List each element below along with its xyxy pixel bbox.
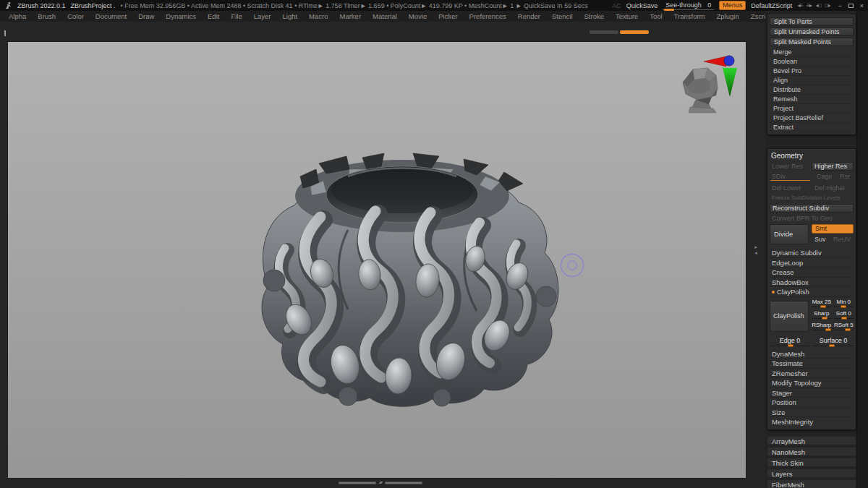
boolean-button[interactable]: Boolean: [770, 57, 854, 67]
stager-section[interactable]: Stager: [770, 388, 854, 398]
claypolish-sharp-slider[interactable]: Sharp: [812, 310, 832, 319]
bevel-pro-button[interactable]: Bevel Pro: [770, 67, 854, 76]
layers-section[interactable]: Layers: [767, 468, 856, 478]
claypolish-min-slider[interactable]: Min 0: [834, 299, 854, 307]
menu-dynamics[interactable]: Dynamics: [160, 12, 202, 20]
size-section[interactable]: Size: [770, 408, 854, 418]
document-canvas[interactable]: [7, 41, 746, 479]
menu-draw[interactable]: Draw: [132, 12, 160, 20]
dynamic-subdiv-section[interactable]: Dynamic Subdiv: [770, 248, 854, 258]
claypolish-max-slider[interactable]: Max 25: [812, 299, 832, 307]
divider-bar[interactable]: [339, 481, 376, 484]
modify-topology-section[interactable]: Modify Topology: [770, 378, 854, 388]
dynamesh-section[interactable]: DynaMesh: [770, 349, 854, 359]
tray-handle[interactable]: [590, 30, 618, 34]
quicksave-button[interactable]: QuickSave: [626, 2, 658, 9]
menu-brush[interactable]: Brush: [32, 12, 61, 20]
split-to-parts-button[interactable]: Split To Parts: [770, 17, 854, 26]
split-unmasked-points-button[interactable]: Split Unmasked Points: [770, 27, 854, 36]
zremesher-section[interactable]: ZRemesher: [770, 369, 854, 379]
reconstruct-subdiv-button[interactable]: Reconstruct Subdiv: [770, 204, 854, 213]
menu-tool[interactable]: Tool: [644, 12, 668, 20]
menu-light[interactable]: Light: [276, 12, 303, 20]
distribute-button[interactable]: Distribute: [770, 85, 854, 95]
cage-button: Cage: [814, 172, 836, 181]
higher-res-button[interactable]: Higher Res: [812, 162, 854, 171]
tray-scrollbar[interactable]: [856, 11, 868, 488]
merge-button[interactable]: Merge: [770, 48, 854, 57]
align-button[interactable]: Align: [770, 76, 854, 85]
extract-button[interactable]: Extract: [770, 123, 854, 132]
project-basrelief-button[interactable]: Project BasRelief: [770, 114, 854, 123]
slider-handle[interactable]: [829, 344, 835, 347]
menu-stencil[interactable]: Stencil: [546, 12, 579, 20]
suv-toggle[interactable]: Suv: [812, 235, 831, 244]
menu-transform[interactable]: Transform: [668, 12, 711, 20]
bottom-tray-divider[interactable]: ▴▾: [339, 480, 422, 485]
collapse-left-tray-icon[interactable]: ◂≡: [797, 2, 802, 9]
slider-handle[interactable]: [841, 305, 846, 308]
claypolish-button[interactable]: ClayPolish: [770, 301, 809, 332]
store-ui-layout-icon[interactable]: ◂□: [816, 2, 821, 9]
claypolish-rsharp-slider[interactable]: RSharp: [812, 322, 832, 330]
restore-ui-layout-icon[interactable]: □▸: [825, 2, 830, 9]
slider-handle[interactable]: [788, 344, 793, 347]
menu-preferences[interactable]: Preferences: [464, 12, 512, 20]
thick-skin-section[interactable]: Thick Skin: [767, 458, 856, 467]
edgeloop-section[interactable]: EdgeLoop: [770, 258, 854, 268]
menu-color[interactable]: Color: [61, 12, 90, 20]
edge-slider[interactable]: Edge 0: [770, 337, 810, 346]
minimize-icon[interactable]: −: [838, 2, 841, 9]
default-zscript-button[interactable]: DefaultZScript: [751, 2, 792, 9]
slider-handle[interactable]: [820, 305, 826, 308]
menus-button[interactable]: Menus: [719, 1, 746, 10]
slider-handle[interactable]: [825, 328, 831, 331]
claypolish-section[interactable]: ClayPolish: [770, 287, 854, 297]
shadowbox-section[interactable]: ShadowBox: [770, 278, 854, 288]
menu-macro[interactable]: Macro: [303, 12, 333, 20]
menu-layer[interactable]: Layer: [248, 12, 277, 20]
left-tray-handle[interactable]: [4, 30, 6, 36]
claypolish-soft-slider[interactable]: Soft 0: [834, 310, 854, 319]
menu-material[interactable]: Material: [367, 12, 403, 20]
menu-alpha[interactable]: Alpha: [3, 12, 32, 20]
divider-arrows-icon[interactable]: ▴▾: [379, 480, 382, 485]
active-tray-handle[interactable]: [620, 30, 649, 34]
project-button[interactable]: Project: [770, 104, 854, 114]
menu-zplugin[interactable]: Zplugin: [711, 12, 745, 20]
remesh-button[interactable]: Remesh: [770, 95, 854, 104]
menu-marker[interactable]: Marker: [334, 12, 367, 20]
close-icon[interactable]: ×: [860, 2, 864, 9]
arraymesh-section[interactable]: ArrayMesh: [767, 436, 856, 445]
del-lower-button: Del Lower: [770, 184, 811, 192]
position-section[interactable]: Position: [770, 398, 854, 408]
slider-handle[interactable]: [845, 328, 851, 331]
menu-texture[interactable]: Texture: [610, 12, 644, 20]
divide-button[interactable]: Divide: [770, 224, 809, 244]
crease-section[interactable]: Crease: [770, 267, 854, 278]
menu-render[interactable]: Render: [512, 12, 546, 20]
surface-slider[interactable]: Surface 0: [813, 337, 854, 346]
fibermesh-section[interactable]: FiberMesh: [767, 479, 856, 488]
smt-toggle[interactable]: Smt: [812, 224, 854, 234]
split-masked-points-button[interactable]: Split Masked Points: [770, 38, 854, 46]
nanomesh-section[interactable]: NanoMesh: [767, 447, 856, 456]
right-tray-divider[interactable]: ▸◂: [751, 244, 761, 256]
claypolish-rsoft-slider[interactable]: RSoft 5: [834, 322, 854, 330]
meshintegrity-section[interactable]: MeshIntegrity: [770, 417, 854, 427]
menu-movie[interactable]: Movie: [403, 12, 433, 20]
menu-picker[interactable]: Picker: [433, 12, 463, 20]
see-through-slider[interactable]: See-through 0: [663, 1, 714, 10]
geometry-header[interactable]: Geometry: [771, 152, 854, 160]
slider-handle[interactable]: [841, 317, 847, 320]
menu-file[interactable]: File: [225, 12, 247, 20]
divider-bar[interactable]: [385, 481, 422, 484]
restore-window-icon[interactable]: [848, 4, 854, 8]
slider-handle[interactable]: [822, 317, 827, 320]
menu-stroke[interactable]: Stroke: [579, 12, 610, 20]
menu-edit[interactable]: Edit: [202, 12, 225, 20]
tessimate-section[interactable]: Tessimate: [770, 359, 854, 369]
menu-document[interactable]: Document: [90, 12, 132, 20]
collapse-right-tray-icon[interactable]: ≡▸: [807, 2, 812, 9]
project-name: ZBrushProject .: [71, 2, 116, 9]
